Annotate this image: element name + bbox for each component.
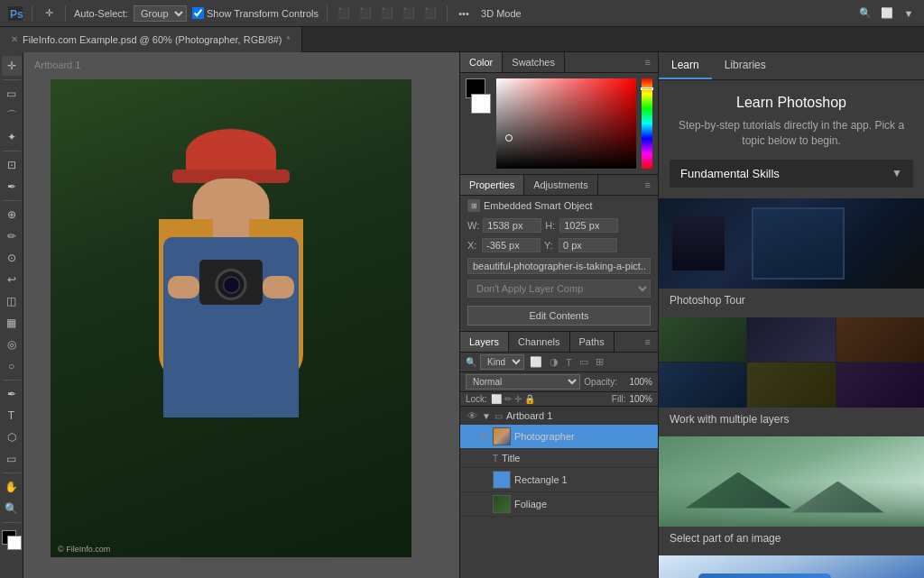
edit-contents-button[interactable]: Edit Contents xyxy=(467,306,651,326)
channels-tab[interactable]: Channels xyxy=(509,332,569,352)
tool-separator-1 xyxy=(3,79,21,80)
color-hue-spectrum[interactable] xyxy=(642,78,652,169)
history-brush-tool[interactable]: ↩ xyxy=(2,270,22,289)
group-select[interactable]: Group xyxy=(134,5,187,22)
x-input[interactable] xyxy=(482,238,541,252)
transform-checkbox[interactable] xyxy=(192,7,204,19)
properties-panel-header: Properties Adjustments ≡ xyxy=(460,175,658,196)
photographer-visibility[interactable]: 👁 xyxy=(476,430,489,443)
tab-close-icon[interactable]: ✕ xyxy=(11,34,18,44)
align-right-icon[interactable]: ⬛ xyxy=(379,5,395,22)
photographer-thumb xyxy=(493,427,511,445)
artboard-type-icon: ▭ xyxy=(494,411,503,421)
pixel-filter-btn[interactable]: ⬜ xyxy=(528,355,544,369)
lock-artboard-icon[interactable]: 🔒 xyxy=(524,394,535,404)
properties-panel-menu[interactable]: ≡ xyxy=(638,175,658,195)
lock-pixel-icon[interactable]: ✏ xyxy=(504,394,512,404)
paths-tab[interactable]: Paths xyxy=(570,332,614,352)
artboard-name: Artboard 1 xyxy=(506,410,652,421)
zoom-tool[interactable]: 🔍 xyxy=(2,499,22,518)
move-tool-icon[interactable]: ✛ xyxy=(41,5,57,22)
background-color-swatch[interactable] xyxy=(471,94,491,114)
lock-position-icon[interactable]: ✛ xyxy=(514,394,522,404)
gradient-saturation-brightness[interactable] xyxy=(496,78,636,169)
title-visibility[interactable]: 👁 xyxy=(476,452,489,464)
align-left-icon[interactable]: ⬛ xyxy=(336,5,352,22)
artboard-group[interactable]: 👁 ▼ ▭ Artboard 1 xyxy=(460,407,658,425)
blend-mode-select[interactable]: Normal xyxy=(466,374,580,390)
background-color[interactable] xyxy=(7,536,22,550)
height-input[interactable] xyxy=(559,218,618,233)
marquee-tool[interactable]: ▭ xyxy=(2,84,22,104)
filename-field[interactable] xyxy=(467,258,651,274)
fundamental-skills-dropdown[interactable]: Fundamental Skills ▼ xyxy=(670,160,913,188)
title-layer-name: Title xyxy=(502,453,652,463)
fg-bg-colors[interactable] xyxy=(2,530,22,550)
tutorial-card-layers[interactable]: Work with multiple layers xyxy=(659,317,924,435)
foliage-visibility[interactable]: 👁 xyxy=(476,498,489,510)
kind-select[interactable]: Kind xyxy=(480,354,524,370)
align-center-icon[interactable]: ⬛ xyxy=(357,5,374,22)
healing-tool[interactable]: ⊕ xyxy=(2,205,22,225)
layer-item-rectangle[interactable]: 👁 Rectangle 1 xyxy=(460,468,658,492)
path-tool[interactable]: ⬡ xyxy=(2,427,22,447)
move-tool[interactable]: ✛ xyxy=(2,56,22,76)
layer-item-title[interactable]: 👁 T Title xyxy=(460,449,658,468)
color-panel-menu[interactable]: ≡ xyxy=(638,52,658,72)
crop-tool[interactable]: ⊡ xyxy=(2,155,22,175)
foliage-thumb xyxy=(493,495,511,513)
layer-item-foliage[interactable]: 👁 Foliage xyxy=(460,492,658,517)
tutorial-card-mask[interactable]: Use a layer mask to add an object to an … xyxy=(659,555,924,578)
type-filter-btn[interactable]: T xyxy=(564,356,574,369)
y-input[interactable] xyxy=(559,238,617,252)
blur-tool[interactable]: ◎ xyxy=(2,335,22,354)
properties-tab[interactable]: Properties xyxy=(460,175,524,195)
artboard-visibility[interactable]: 👁 xyxy=(466,409,478,422)
text-tool[interactable]: T xyxy=(2,406,22,426)
layers-panel-menu[interactable]: ≡ xyxy=(638,332,658,352)
width-input[interactable] xyxy=(483,218,541,233)
lock-transparent-icon[interactable]: ⬜ xyxy=(491,394,502,404)
more-icon[interactable]: ••• xyxy=(456,5,472,22)
layer-comp-select[interactable]: Don't Apply Layer Comp xyxy=(467,280,651,298)
layer-item-photographer[interactable]: 👁 Photographer xyxy=(460,425,658,449)
lasso-tool[interactable]: ⌒ xyxy=(2,106,22,125)
shape-filter-btn[interactable]: ▭ xyxy=(578,355,590,369)
tutorial-label-select: Select part of an image xyxy=(659,527,924,554)
libraries-tab[interactable]: Libraries xyxy=(712,52,779,79)
auto-select-label: Auto-Select: xyxy=(74,8,128,19)
smart-object-icon: ⊞ xyxy=(467,199,480,212)
transform-checkbox-label[interactable]: Show Transform Controls xyxy=(192,7,319,19)
adjustments-tab[interactable]: Adjustments xyxy=(524,175,598,195)
more-options-icon[interactable]: ▼ xyxy=(901,5,917,22)
tutorial-card-tour[interactable]: Photoshop Tour xyxy=(659,198,924,316)
eraser-tool[interactable]: ◫ xyxy=(2,291,22,311)
pen-tool[interactable]: ✒ xyxy=(2,384,22,404)
shape-tool[interactable]: ▭ xyxy=(2,449,22,469)
tutorial-card-select[interactable]: Select part of an image xyxy=(659,436,924,554)
toolbar-separator-4 xyxy=(447,5,448,22)
learn-tab[interactable]: Learn xyxy=(659,52,712,79)
camera-body xyxy=(199,260,263,305)
swatches-tab[interactable]: Swatches xyxy=(503,52,565,72)
workspace-icon[interactable]: ⬜ xyxy=(879,5,895,22)
color-gradient-field[interactable] xyxy=(496,78,636,169)
brush-tool[interactable]: ✏ xyxy=(2,226,22,246)
layers-search-icon[interactable]: 🔍 xyxy=(466,357,476,367)
distribute2-icon[interactable]: ⬛ xyxy=(422,5,439,22)
hand-tool[interactable]: ✋ xyxy=(2,477,22,497)
search-icon[interactable]: 🔍 xyxy=(857,5,873,22)
dodge-tool[interactable]: ○ xyxy=(2,356,22,376)
distribute-icon[interactable]: ⬛ xyxy=(401,5,417,22)
rectangle-visibility[interactable]: 👁 xyxy=(476,473,489,486)
quick-select-tool[interactable]: ✦ xyxy=(2,127,22,147)
color-tab[interactable]: Color xyxy=(460,52,503,72)
layers-tab[interactable]: Layers xyxy=(460,332,509,352)
clone-tool[interactable]: ⊙ xyxy=(2,248,22,268)
smart-filter-btn[interactable]: ⊞ xyxy=(594,355,605,369)
adjustment-filter-btn[interactable]: ◑ xyxy=(548,355,560,369)
artboard-expand-icon[interactable]: ▼ xyxy=(482,411,491,421)
eyedropper-tool[interactable]: ✒ xyxy=(2,177,22,197)
file-tab[interactable]: ✕ FileInfo.com Example.psd @ 60% (Photog… xyxy=(0,27,302,52)
gradient-tool[interactable]: ▦ xyxy=(2,313,22,333)
